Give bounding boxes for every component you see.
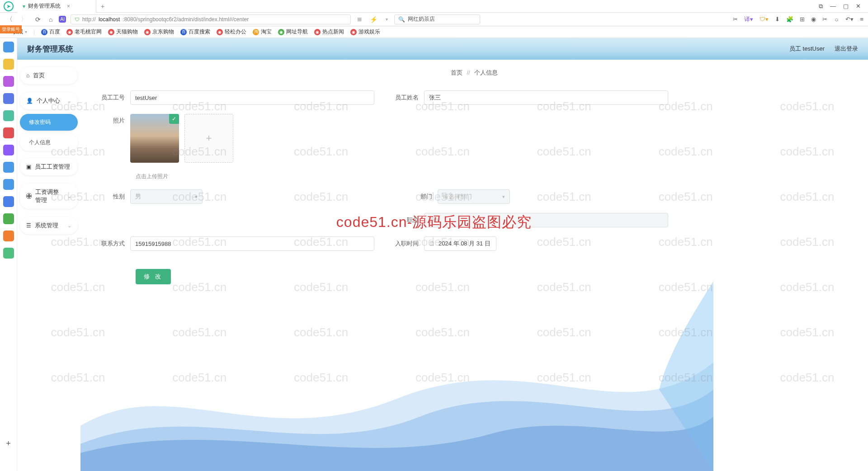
nav-ai-icon[interactable]: AI xyxy=(59,16,66,23)
app-icon[interactable] xyxy=(3,162,14,173)
browser-nav-bar: 〈 〉 ⟳ ⌂ AI 🛡 http://localhost:8080/sprin… xyxy=(0,13,868,26)
app-icon[interactable] xyxy=(3,248,14,259)
chevron-down-icon: ▾ xyxy=(502,194,505,200)
browser-tab[interactable]: ▾ 财务管理系统 × xyxy=(17,0,96,13)
bookmark-item[interactable]: ◉天猫购物 xyxy=(108,28,138,36)
nav-back-icon[interactable]: 〈 xyxy=(5,14,14,24)
menu-icon[interactable]: ≡ xyxy=(860,16,863,23)
url-qr-icon[interactable]: ▦ xyxy=(355,15,363,23)
label-hire-date: 入职时间 xyxy=(388,240,424,248)
app-icon[interactable] xyxy=(3,145,14,155)
apps-icon[interactable]: ⊞ xyxy=(800,16,805,23)
translate-icon[interactable]: 译▾ xyxy=(744,15,753,24)
app-icon[interactable] xyxy=(3,93,14,104)
bookmark-item[interactable]: ◉轻松办公 xyxy=(217,28,246,36)
chrome-icon[interactable]: ◉ xyxy=(811,16,816,23)
label-contact: 联系方式 xyxy=(94,240,130,248)
submenu-change-password[interactable]: 修改密码 xyxy=(20,114,78,131)
scissors-icon[interactable]: ✂ xyxy=(733,16,738,23)
chevron-down-icon: ⌄ xyxy=(67,193,71,199)
url-prefix: http:// xyxy=(82,16,96,23)
logout-link[interactable]: 退出登录 xyxy=(835,45,858,53)
bookmarks-bar: ★收藏▾ | 百百度 ◉老毛桃官网 ◉天猫购物 ◉京东购物 百百度搜索 ◉轻松办… xyxy=(0,26,868,38)
window-minimize-icon[interactable]: — xyxy=(830,3,836,10)
app-icon[interactable] xyxy=(3,59,14,70)
menu-salary-mgmt[interactable]: ▣ 员工工资管理 xyxy=(20,158,78,175)
nav-home-icon[interactable]: ⌂ xyxy=(47,15,54,24)
extensions-icon[interactable]: 🧩 xyxy=(786,16,793,23)
tab-favicon-icon: ▾ xyxy=(23,3,25,9)
bookmark-item[interactable]: ◉老毛桃官网 xyxy=(66,28,102,36)
download-icon[interactable]: ⬇ xyxy=(775,16,780,23)
profile-form: 员工工号 testUser 员工姓名 张三 照片 ✓ + xyxy=(94,90,854,284)
url-bar[interactable]: 🛡 http://localhost:8080/springbootqc6r2/… xyxy=(71,14,351,24)
search-icon: 🔍 xyxy=(398,16,405,23)
menu-personal[interactable]: 👤 个人中心 ⌄ xyxy=(20,92,78,109)
window-close-icon[interactable]: ✕ xyxy=(856,3,861,10)
tab-close-icon[interactable]: × xyxy=(67,3,70,9)
adjust-icon: 🕀 xyxy=(26,193,32,199)
menu-salary-adjust[interactable]: 🕀 工资调整管理 ⌄ xyxy=(20,184,78,209)
screenshot-icon[interactable]: ✂ xyxy=(822,16,827,23)
bookmark-baidu[interactable]: 百百度 xyxy=(41,28,60,36)
input-emp-name[interactable]: 张三 xyxy=(424,90,668,105)
app-icon[interactable] xyxy=(3,110,14,121)
app-icon[interactable] xyxy=(3,231,14,241)
bookmark-item[interactable]: ◉京东购物 xyxy=(144,28,174,36)
search-text: 网红奶茶店 xyxy=(408,15,435,23)
input-contact[interactable]: 15915915988 xyxy=(130,236,374,251)
input-hire-date[interactable]: 🗓 2024 年 08 月 31 日 xyxy=(424,236,496,251)
input-position[interactable]: 职位 xyxy=(424,213,668,227)
label-dept: 部门 xyxy=(401,193,438,201)
tab-title: 财务管理系统 xyxy=(28,2,61,10)
app-title: 财务管理系统 xyxy=(27,44,73,54)
breadcrumb-home[interactable]: 首页 xyxy=(451,69,462,76)
app-icon[interactable] xyxy=(3,179,14,190)
browser-logo-icon: ➤ xyxy=(4,1,14,11)
bookmark-item[interactable]: 百百度搜索 xyxy=(180,28,210,36)
photo-upload-button[interactable]: + xyxy=(184,114,233,163)
menu-home[interactable]: ⌂ 首页 xyxy=(20,67,78,84)
menu-system-mgmt[interactable]: ☰ 系统管理 ⌄ xyxy=(20,217,78,234)
bookmark-item[interactable]: ◉热点新闻 xyxy=(314,28,344,36)
url-bolt-icon[interactable]: ⚡ xyxy=(368,15,379,24)
app-icon[interactable] xyxy=(3,196,14,207)
nav-refresh-icon[interactable]: ⟳ xyxy=(33,15,42,24)
list-icon: ▣ xyxy=(26,164,31,170)
breadcrumb-sep: // xyxy=(467,69,470,76)
sun-icon[interactable]: ☼ xyxy=(834,16,839,23)
shield-icon[interactable]: 🛡▾ xyxy=(760,16,769,23)
url-caret-icon[interactable]: ▾ xyxy=(384,16,390,23)
label-position: 职位 xyxy=(388,216,424,224)
bookmark-item[interactable]: ◉网址导航 xyxy=(278,28,308,36)
new-tab-button[interactable]: + xyxy=(96,3,109,10)
nav-forward-icon[interactable]: 〉 xyxy=(19,14,29,24)
photo-hint: 点击上传照片 xyxy=(136,173,168,180)
label-emp-name: 员工姓名 xyxy=(388,94,424,102)
user-icon: 👤 xyxy=(26,98,33,104)
select-gender[interactable]: 男 ▾ xyxy=(130,189,203,204)
label-gender: 性别 xyxy=(94,193,130,201)
window-maximize-icon[interactable]: ▢ xyxy=(843,3,849,10)
browser-search[interactable]: 🔍 网红奶茶店 xyxy=(394,14,480,24)
bookmark-item[interactable]: 淘淘宝 xyxy=(253,28,272,36)
add-app-icon[interactable]: + xyxy=(6,439,11,448)
undo-icon[interactable]: ↶▾ xyxy=(845,16,854,23)
home-icon: ⌂ xyxy=(26,72,29,79)
select-dept[interactable]: 请选择部门 ▾ xyxy=(438,189,510,204)
app-header: 财务管理系统 员工 testUser 退出登录 xyxy=(17,38,868,60)
submenu-profile[interactable]: 个人信息 xyxy=(20,134,78,151)
app-icon[interactable] xyxy=(3,213,14,224)
submit-button[interactable]: 修 改 xyxy=(136,269,171,284)
app-icon[interactable] xyxy=(3,42,14,52)
current-user[interactable]: 员工 testUser xyxy=(789,45,825,53)
login-badge[interactable]: 登录账号 xyxy=(0,25,22,33)
app-icon[interactable] xyxy=(3,127,14,138)
browser-tab-bar: ➤ ▾ 财务管理系统 × + ⧉ — ▢ ✕ xyxy=(0,0,868,13)
photo-thumbnail[interactable]: ✓ xyxy=(130,114,179,163)
label-emp-id: 员工工号 xyxy=(94,94,130,102)
input-emp-id[interactable]: testUser xyxy=(130,90,374,105)
bookmark-item[interactable]: ◉游戏娱乐 xyxy=(350,28,380,36)
window-popup-icon[interactable]: ⧉ xyxy=(819,3,823,10)
app-icon[interactable] xyxy=(3,76,14,87)
